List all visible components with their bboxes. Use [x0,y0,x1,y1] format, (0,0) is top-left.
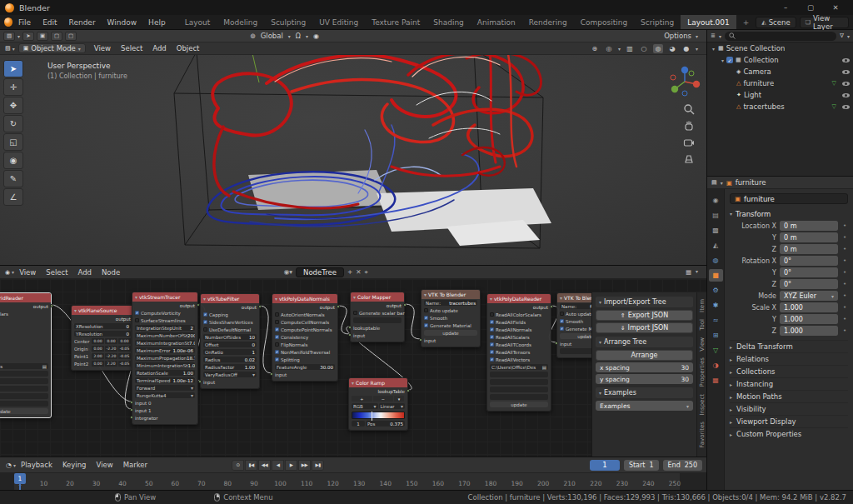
node-empty-field[interactable] [487,371,551,378]
timeline[interactable]: ◔ ▾ PlaybackKeyingViewMarker ⊙▮◀◀◀◀▶▶▶▶▮… [0,457,707,490]
value-field[interactable]: 1.000 [780,302,838,312]
node-checkbox[interactable]: ✓ReadAllScalars [487,333,551,341]
node-empty-field[interactable] [487,378,551,386]
transform-panel-header[interactable]: ▾Transform [730,207,848,220]
unlink-nodetree-icon[interactable]: ✕ [356,268,361,276]
color-ramp-gradient[interactable] [349,410,407,420]
node-header[interactable]: ▾vtkPlaneSource [72,306,133,315]
outliner-item-label[interactable]: Collection [744,56,779,64]
snap-caret-icon[interactable]: ▾ [306,33,308,39]
node-input-socket[interactable]: integrator [132,414,197,422]
node-editor-icon[interactable]: ◉ [3,269,12,276]
value-field[interactable]: 1.000 [780,314,838,324]
examples-section-header[interactable]: ▾Examples [596,387,693,398]
node-checkbox[interactable]: ✓Consistency [272,333,337,341]
node-checkbox[interactable]: ✓ReadAllVectors [487,356,551,363]
arrange-button[interactable]: Arrange [596,350,693,361]
node-file-field[interactable]: C:\Users\Office\Des▤ [487,363,551,371]
node-vtkplanesource-1[interactable]: ▾vtkPlaneSourceoutputXResolution0YResolu… [71,305,134,371]
node-header[interactable]: ▾Color Ramp [349,378,407,387]
node-checkbox[interactable]: ✓ComputeVorticity [132,309,197,317]
properties-tab-object[interactable]: ■ [709,269,723,282]
node-input-socket[interactable]: input [351,332,404,339]
outliner-row-tracertubes[interactable]: △tracertubes▽ [707,101,853,112]
export-json-button[interactable]: ⇑Export JSON [596,310,693,321]
node-checkbox[interactable]: ReadAllNormals [0,325,51,332]
zoom-icon[interactable] [683,103,695,115]
node-checkbox[interactable]: AutoOrientNormals [272,311,337,318]
timeline-ruler[interactable]: 1 11020304050607080901001101201301401501… [0,473,706,490]
workspace-tab-rendering[interactable]: Rendering [522,15,574,29]
node-checkbox[interactable]: ReadAllTensors [0,347,51,355]
node-vtkstreamtracer-2[interactable]: ▾vtkStreamTraceroutput✓ComputeVorticityS… [132,292,198,425]
camera-view-icon[interactable] [683,137,695,148]
node-input-socket[interactable]: input [201,378,259,386]
workspace-tab-layout-001[interactable]: Layout.001 [681,15,736,29]
node-snap-icon[interactable]: ▦ [686,268,691,276]
outliner-row-furniture[interactable]: △furniture▽ [707,77,853,89]
node-checkbox[interactable]: ✓Capping [201,311,259,318]
animate-dot-icon[interactable]: • [841,316,848,322]
node-checkbox[interactable]: UseDefaultNormal [201,326,259,333]
ramp-tools[interactable]: +−▾ [349,395,407,402]
node-checkbox[interactable]: ✓Generate Material [422,322,480,329]
node-vector-field[interactable]: Point20.002.20-0.05 [72,360,133,367]
node-enum[interactable]: VaryRadiusOff▾ [201,371,259,378]
node-empty-field[interactable] [0,400,51,407]
shading-material-icon[interactable]: ◕ [667,44,677,53]
sidebar-tab-item[interactable]: Item [699,296,706,316]
node-file-field[interactable]: C:\Users\Office\Des▤ [0,362,51,370]
properties-tab-output[interactable]: ▤ [709,209,723,222]
node-empty-field[interactable] [0,377,51,385]
node-checkbox[interactable]: ✓SidesShareVertices [201,318,259,326]
properties-tab-world[interactable]: ◍ [709,254,723,267]
node-field[interactable]: MaximumIntegrationSt7.00 [132,339,197,347]
outliner-row-camera[interactable]: ◈Camera [707,66,853,77]
outliner[interactable]: ≣ ▾ ∇ ▾ ▾▦Scene Collection▾✓▦Collection◈… [707,30,853,177]
viewport-editor-icon[interactable]: ▧ [3,45,12,52]
hide-in-viewport-eye-icon[interactable] [842,102,850,111]
perspective-toggle-icon[interactable] [683,153,695,165]
animate-dot-icon[interactable]: • [841,246,848,252]
node-field[interactable]: OnRatio1 [201,348,259,356]
viewport-menu-select[interactable]: Select [116,44,147,52]
node-header[interactable]: ▾vtkPolyDataNormals [272,294,337,303]
properties-tab-material[interactable]: ◑ [709,359,723,372]
viewport-menu-add[interactable]: Add [147,44,171,52]
animate-dot-icon[interactable]: • [841,281,848,287]
node-header[interactable]: ▾VTK To Blender [422,290,480,299]
node-input-socket[interactable]: input 1 [132,407,197,414]
node-update-button[interactable]: update [0,407,51,415]
node-vector-field[interactable]: Origin0.00-2.20-0.05 [72,345,133,352]
properties-editor-icon[interactable]: ▤ [711,179,717,186]
node-checkbox[interactable]: ✓NonManifoldTraversal [272,348,337,356]
xray-toggle-icon[interactable]: ▥ [625,44,635,53]
node-field[interactable]: Radius0.02 [201,356,259,363]
jump-to-start-button[interactable]: ▮◀ [245,460,257,471]
new-nodetree-icon[interactable]: + [347,268,352,276]
sidebar-tab-view[interactable]: View [699,334,706,355]
show-gizmo-icon[interactable]: ⊕ [590,44,600,53]
node-output-socket[interactable]: output [272,303,337,311]
node-checkbox[interactable]: Auto update [422,307,480,314]
object-name-field[interactable]: ▣ furniture [730,193,848,204]
node-empty-field[interactable] [487,386,551,393]
node-checkbox[interactable]: ReadAllVectors [0,355,51,362]
node-color-mapper-5[interactable]: ▾Color MapperoutputGenerate scalar barlo… [350,292,405,342]
sidebar-field-x-spacing[interactable]: x spacing30 [596,362,693,372]
node-output-socket[interactable]: output [201,303,259,311]
node-field[interactable]: MinimumIntegrationSt1.00e-02 [132,362,197,369]
options-caret-icon[interactable]: ▾ [696,33,698,39]
annotate-tool[interactable]: ✎ [3,170,23,187]
node-empty-field[interactable] [351,317,404,324]
value-field[interactable]: XYZ Euler▾ [780,291,838,301]
properties-tab-view-layer[interactable]: ▩ [709,224,723,237]
menu-edit[interactable]: Edit [37,15,62,29]
properties-tab-object-data[interactable]: ▽ [709,344,723,357]
import-json-button[interactable]: ⇓Import JSON [596,322,693,333]
outliner-row-collection[interactable]: ▾✓▦Collection [707,54,853,66]
node-field[interactable]: MaximumPropagation18.70 [132,354,197,362]
value-field[interactable]: 0 m [780,221,838,231]
import-export-section-header[interactable]: ▾Import/Export Tree [596,297,693,307]
node-checkbox[interactable]: ✓ReadAllFields [487,318,551,326]
